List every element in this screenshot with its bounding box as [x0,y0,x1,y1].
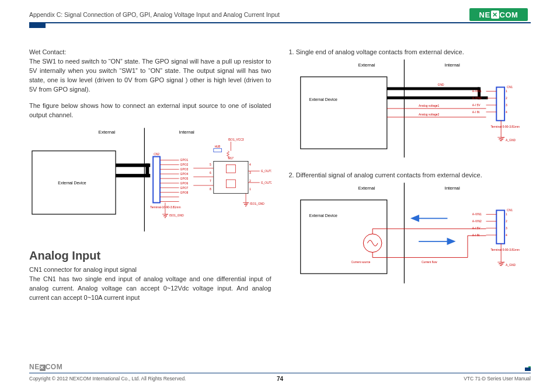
footer-mark-icon [523,366,531,372]
svg-text:A_GND: A_GND [506,264,516,267]
svg-text:A-VIN2: A-VIN2 [472,220,481,223]
svg-text:4: 4 [506,234,507,237]
wet-contact-p2: The figure below shows how to connect an… [29,102,271,120]
right-item-1: 1. Single end of analog voltage contacts… [289,48,531,55]
analog-sub: CN1 connector for analog input signal [29,266,271,273]
current-diagram: External Internal External Device Curren… [289,182,531,285]
svg-text:Analog voltage1: Analog voltage1 [419,104,440,107]
svg-text:GPO2: GPO2 [180,163,189,166]
svg-text:1: 1 [506,90,507,93]
svg-text:Terminal-10-90-3.81mm: Terminal-10-90-3.81mm [150,206,180,209]
svg-marker-89 [447,239,454,244]
svg-text:External Device: External Device [309,214,337,218]
brand-logo: NE✕COM [469,8,528,21]
d1-ext-device: External Device [58,181,86,185]
svg-text:1: 1 [249,187,251,190]
svg-text:HUB: HUB [215,145,220,148]
svg-rect-66 [496,87,504,120]
right-column: 1. Single end of analog voltage contacts… [289,48,531,363]
svg-text:A-VIN1: A-VIN1 [472,213,481,216]
svg-text:2: 2 [506,97,507,100]
svg-rect-93 [496,211,504,244]
svg-rect-3 [116,174,150,177]
svg-text:8: 8 [210,187,211,190]
svg-text:ISO1_VCC3: ISO1_VCC3 [228,138,243,141]
svg-text:ISO1_GND: ISO1_GND [169,214,184,217]
svg-text:3: 3 [506,227,507,230]
svg-text:Internal: Internal [444,62,460,68]
svg-text:External: External [358,186,375,191]
svg-text:4: 4 [249,163,251,166]
svg-marker-88 [412,215,419,221]
svg-rect-58 [387,87,479,90]
svg-rect-5 [153,156,160,202]
svg-text:Terminal-5-90-3.81mm: Terminal-5-90-3.81mm [490,249,520,251]
svg-text:GPO4: GPO4 [180,173,189,176]
svg-text:GND: GND [437,83,444,86]
d1-internal-label: Internal [179,130,195,135]
wet-contact-p1: The SW1 to need switch to “ON” state. Th… [29,57,271,94]
svg-text:Analog voltage2: Analog voltage2 [419,113,440,116]
svg-text:CN1: CN1 [507,86,513,89]
svg-text:Current flow: Current flow [421,261,437,264]
svg-text:A-I 5V: A-I 5V [472,227,480,230]
svg-text:A_GND: A_GND [506,139,516,142]
svg-text:External: External [358,62,375,68]
svg-text:A-VIN1: A-VIN1 [472,90,481,93]
svg-text:3: 3 [249,172,251,174]
svg-text:2: 2 [249,180,251,183]
svg-rect-2 [116,163,150,167]
svg-text:3: 3 [506,104,507,107]
svg-text:Internal: Internal [444,186,460,191]
svg-text:Current source: Current source [351,261,370,264]
svg-text:M17: M17 [228,157,234,160]
wet-contact-heading: Wet Contact: [29,48,271,55]
svg-rect-86 [300,200,387,274]
svg-text:GPO6: GPO6 [180,182,189,185]
svg-text:1: 1 [506,213,507,216]
gpo-diagram: External Internal External Device CN2 Te… [29,127,271,233]
svg-text:CN2: CN2 [154,152,159,155]
svg-text:5: 5 [210,163,211,166]
svg-text:ISO1_GND: ISO1_GND [250,202,264,205]
header-accent-block [29,23,46,28]
svg-text:G_OUT1: G_OUT1 [261,170,271,173]
svg-text:GPO7: GPO7 [180,186,189,189]
svg-text:GPO3: GPO3 [180,168,189,171]
svg-text:6: 6 [210,172,211,174]
footer-manual-name: VTC 71-D Series User Manual [464,376,531,382]
svg-rect-34 [227,164,236,173]
svg-text:CN1: CN1 [507,209,513,212]
svg-rect-30 [214,148,222,152]
svg-text:A-VIN2: A-VIN2 [472,97,481,100]
d1-external-label: External [98,130,115,135]
svg-text:GPO1: GPO1 [180,159,189,162]
svg-text:GPO5: GPO5 [180,177,189,180]
page-footer: NE✕COM Copyright © 2012 NEXCOM Internati… [29,373,531,382]
footer-copyright: Copyright © 2012 NEXCOM International Co… [29,376,186,382]
analog-input-heading: Analog Input [29,249,271,262]
page-number: 74 [277,376,283,382]
svg-text:2: 2 [506,220,507,223]
svg-text:G_OUT2: G_OUT2 [261,181,271,184]
footer-brand-logo: NE✕COM [29,363,62,371]
right-item-2: 2. Differential signal of analog current… [289,172,531,178]
svg-text:External Device: External Device [309,97,337,102]
svg-text:A-I 5V: A-I 5V [472,104,480,107]
svg-rect-32 [214,161,248,193]
svg-text:GPO8: GPO8 [180,191,189,194]
svg-text:4: 4 [506,111,507,114]
svg-rect-35 [227,180,236,188]
header-rule [29,22,531,23]
svg-text:A-I IN: A-I IN [472,234,479,237]
svg-text:A-I IN: A-I IN [472,111,479,114]
page-header-title: Appendix C: Signal Connection of GPO, GP… [29,11,280,18]
svg-rect-56 [300,77,387,149]
left-column: Wet Contact: The SW1 to need switch to “… [29,48,271,363]
analog-paragraph: The CN1 has two single end input of anal… [29,275,271,303]
svg-text:7: 7 [210,180,211,183]
voltage-diagram: External Internal External Device GND An… [289,59,531,159]
svg-text:Terminal-5-90-3.81mm: Terminal-5-90-3.81mm [490,125,520,128]
